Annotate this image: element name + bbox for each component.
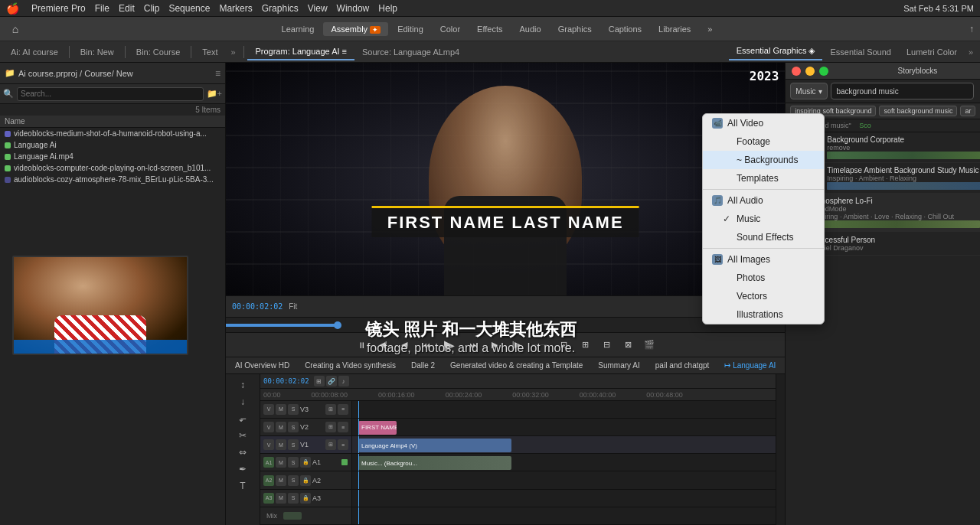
fit-dropdown[interactable]: Fit [286, 302, 300, 311]
track-v1-lock[interactable]: M [276, 439, 286, 450]
track-a1-eye[interactable]: A1 [263, 457, 274, 468]
btn-step-back[interactable]: ◀ [396, 337, 413, 354]
btn-step-back-many[interactable]: ◀| [374, 337, 391, 354]
tab-effects[interactable]: Effects [469, 22, 510, 36]
track-v3-eye[interactable]: V [263, 404, 274, 415]
track-a2-eye[interactable]: A2 [263, 475, 274, 486]
tab-learning[interactable]: Learning [274, 22, 322, 36]
track-a1-content[interactable]: Music... (Backgrou... [352, 454, 776, 471]
tag-ar[interactable]: ar [960, 106, 975, 116]
list-view-icon[interactable]: ≡ [215, 68, 220, 79]
dd-backgrounds[interactable]: ~ Backgrounds [703, 151, 824, 169]
tool-text[interactable]: T [235, 478, 250, 494]
track-v3-extra[interactable]: ≡ [338, 404, 348, 415]
menu-file[interactable]: File [95, 3, 109, 14]
btn-mark-in[interactable]: ⏸ [353, 337, 370, 354]
home-button[interactable]: ⌂ [6, 20, 24, 38]
window-max-btn[interactable] [819, 67, 828, 76]
btn-export-frame[interactable]: 🎬 [641, 337, 658, 354]
tool-cursor[interactable]: ↓ [235, 394, 250, 409]
share-icon[interactable]: ↑ [969, 24, 974, 34]
track-a3-eye[interactable]: A3 [263, 493, 274, 504]
track-v2-content[interactable]: FIRST NAME [352, 419, 776, 435]
menu-markers[interactable]: Markers [219, 3, 252, 14]
sb-category-dropdown[interactable]: Music ▾ [790, 83, 828, 99]
btn-overwrite[interactable]: ⊠ [619, 337, 636, 354]
clip-music[interactable]: Music... (Backgrou... [358, 456, 511, 470]
btn-step-forward-many[interactable]: |▶ [508, 337, 524, 354]
window-min-btn[interactable] [805, 67, 815, 76]
new-bin-icon[interactable]: 📁+ [207, 89, 222, 99]
window-close-btn[interactable] [792, 67, 801, 76]
menu-clip[interactable]: Clip [144, 3, 160, 14]
tab-graphics[interactable]: Graphics [550, 22, 599, 36]
project-search-input[interactable] [17, 87, 204, 101]
track-v2-extra[interactable]: ≡ [338, 422, 348, 432]
menu-window[interactable]: Window [337, 3, 370, 14]
track-v3-lock[interactable]: M [276, 404, 286, 415]
tl-tab-dalle[interactable]: Dalle 2 [407, 360, 439, 371]
tl-tab-generated[interactable]: Generated video & creating a Template [446, 360, 587, 371]
tl-tab-pail[interactable]: pail and chatgpt [651, 360, 714, 371]
track-v2-add[interactable]: ⊞ [325, 422, 336, 432]
list-item[interactable]: videoblocks-computer-code-playing-on-lcd… [0, 162, 225, 174]
tl-tab-summary[interactable]: Summary AI [593, 360, 644, 371]
menu-help[interactable]: Help [378, 3, 397, 14]
tab-color[interactable]: Color [433, 22, 468, 36]
menu-graphics[interactable]: Graphics [262, 3, 299, 14]
tl-tab-language[interactable]: ↦ Language AI [720, 360, 780, 371]
track-v3-sync[interactable]: S [288, 404, 299, 415]
dd-music[interactable]: ✓ Music [703, 210, 824, 228]
list-item[interactable]: Language Ai [0, 139, 225, 151]
dd-all-video[interactable]: 📹 All Video [703, 114, 824, 132]
right-panel-arrow[interactable]: » [965, 47, 977, 57]
tab-audio[interactable]: Audio [512, 22, 549, 36]
track-v1-extra[interactable]: ≡ [338, 439, 348, 450]
list-item[interactable]: videoblocks-medium-shot-of-a-humanoid-ro… [0, 128, 225, 139]
track-a2-lock[interactable]: 🔒 [300, 475, 311, 486]
dd-all-images[interactable]: 🖼 All Images [703, 250, 824, 269]
tool-arrow[interactable]: ↕ [235, 377, 250, 393]
tab-assembly[interactable]: Assembly ✦ [323, 22, 388, 36]
track-a1-s[interactable]: S [288, 457, 299, 468]
tab-bin-new[interactable]: Bin: New [73, 44, 122, 60]
track-a1-m[interactable]: M [276, 457, 286, 468]
btn-lift[interactable]: ⊡ [555, 337, 572, 354]
clip-language-ai[interactable]: Language Almp4 (V) [358, 439, 511, 452]
tab-program[interactable]: Program: Language AI ≡ [247, 44, 354, 60]
btn-insert[interactable]: ⊟ [598, 337, 615, 354]
preview-progress[interactable] [226, 317, 785, 332]
apple-logo[interactable]: 🍎 [6, 2, 19, 15]
track-a3-m[interactable]: M [276, 493, 286, 504]
track-v2-lock[interactable]: M [276, 422, 286, 432]
track-v1-eye[interactable]: V [263, 439, 274, 450]
track-v3-content[interactable] [352, 401, 776, 418]
sort-btn[interactable]: Sco [859, 122, 871, 129]
tl-link-btn[interactable]: 🔗 [326, 376, 337, 386]
tl-snap-btn[interactable]: ⊞ [314, 376, 325, 386]
track-v3-add[interactable]: ⊞ [325, 404, 336, 415]
track-a3-content[interactable] [352, 490, 776, 507]
sb-search-button[interactable]: 🔍 [977, 83, 980, 99]
track-a2-s[interactable]: S [288, 475, 299, 486]
tool-ripple[interactable]: ⬐ [235, 411, 250, 426]
tab-lumetri-color[interactable]: Lumetri Color [899, 44, 965, 60]
dd-all-audio[interactable]: 🎵 All Audio [703, 191, 824, 210]
track-a1-lock[interactable]: 🔒 [300, 457, 311, 468]
tab-text[interactable]: Text [194, 44, 225, 60]
track-v2-sync[interactable]: S [288, 422, 299, 432]
play-button[interactable]: ▶ [439, 334, 460, 356]
menu-edit[interactable]: Edit [119, 3, 135, 14]
dd-photos[interactable]: Photos [703, 269, 824, 287]
track-v1-content[interactable]: Language Almp4 (V) [352, 436, 776, 453]
menu-app[interactable]: Premiere Pro [31, 3, 86, 14]
tab-captions[interactable]: Captions [601, 22, 649, 36]
tool-slip[interactable]: ⇔ [235, 445, 250, 460]
tl-audio-btn[interactable]: ♪ [338, 376, 349, 386]
track-a2-content[interactable] [352, 471, 776, 488]
list-item[interactable]: Language Ai.mp4 [0, 151, 225, 162]
dd-templates[interactable]: Templates [703, 169, 824, 188]
tool-razor[interactable]: ✂ [235, 428, 250, 443]
btn-prev-edit[interactable]: ⏮ [417, 337, 434, 354]
tl-tab-overview[interactable]: AI Overview HD [230, 360, 294, 371]
